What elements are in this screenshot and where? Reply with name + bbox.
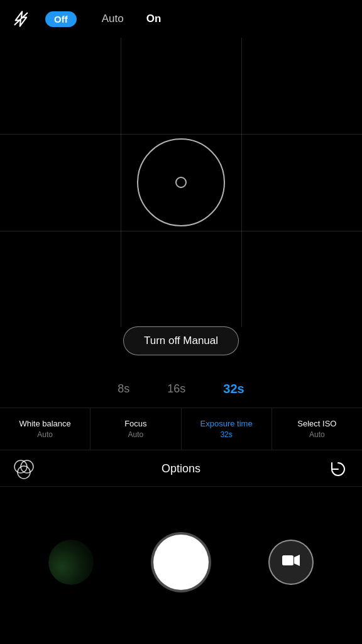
turn-off-manual-button[interactable]: Turn off Manual bbox=[123, 326, 239, 355]
exposure-selector: 8s 16s 32s bbox=[0, 371, 362, 406]
turn-off-manual-container: Turn off Manual bbox=[0, 321, 362, 361]
top-bar: Off Auto On bbox=[0, 0, 362, 38]
thumbnail[interactable] bbox=[48, 540, 94, 585]
options-bar: Options bbox=[0, 452, 362, 487]
focus-value: Auto bbox=[128, 430, 144, 439]
white-balance-value: Auto bbox=[37, 430, 53, 439]
exposure-option-8s[interactable]: 8s bbox=[118, 382, 129, 396]
settings-white-balance[interactable]: White balance Auto bbox=[0, 408, 90, 450]
exposure-option-32s[interactable]: 32s bbox=[223, 382, 244, 396]
settings-exposure-time[interactable]: Exposure time 32s bbox=[182, 408, 272, 450]
thumbnail-image bbox=[48, 540, 94, 585]
iso-value: Auto bbox=[309, 430, 325, 439]
off-badge[interactable]: Off bbox=[45, 11, 77, 27]
exposure-time-value: 32s bbox=[220, 430, 232, 439]
svg-marker-5 bbox=[294, 555, 300, 566]
exposure-option-16s[interactable]: 16s bbox=[167, 382, 185, 396]
on-label[interactable]: On bbox=[146, 13, 162, 25]
settings-row: White balance Auto Focus Auto Exposure t… bbox=[0, 408, 362, 450]
video-camera-icon bbox=[282, 553, 300, 571]
refresh-icon[interactable] bbox=[327, 458, 349, 480]
focus-label: Focus bbox=[124, 419, 146, 428]
svg-rect-4 bbox=[282, 555, 293, 565]
exposure-time-label: Exposure time bbox=[200, 419, 253, 428]
capture-button[interactable] bbox=[153, 535, 209, 590]
white-balance-label: White balance bbox=[19, 419, 70, 428]
video-button[interactable] bbox=[268, 540, 314, 585]
focus-circle-container bbox=[0, 38, 362, 327]
options-label: Options bbox=[35, 462, 327, 475]
focus-circle-inner bbox=[175, 177, 187, 188]
bottom-controls bbox=[0, 493, 362, 631]
auto-label[interactable]: Auto bbox=[102, 13, 124, 25]
iso-label: Select ISO bbox=[297, 419, 336, 428]
flash-icon[interactable] bbox=[10, 8, 33, 30]
viewfinder[interactable] bbox=[0, 0, 362, 327]
rgb-circles-icon[interactable] bbox=[13, 458, 35, 480]
settings-focus[interactable]: Focus Auto bbox=[90, 408, 181, 450]
focus-circle-outer[interactable] bbox=[137, 138, 225, 226]
settings-iso[interactable]: Select ISO Auto bbox=[272, 408, 362, 450]
